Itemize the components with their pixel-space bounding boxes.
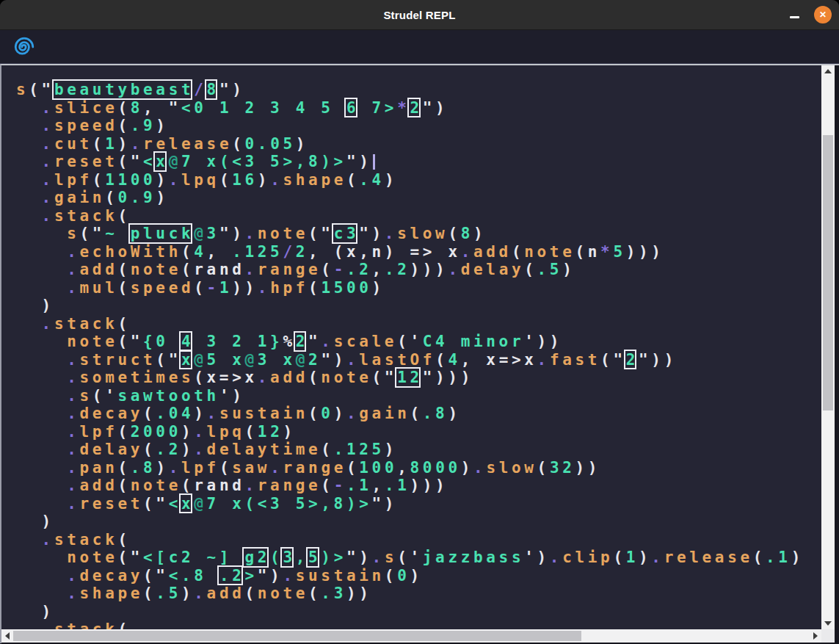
code-token: .	[67, 405, 79, 422]
code-token: 12	[397, 369, 423, 387]
code-line[interactable]: .mul(speed(-1)).hpf(1500)	[16, 279, 821, 297]
code-line[interactable]: .lpf(2000).lpq(12)	[16, 423, 821, 441]
code-line[interactable]: .echoWith(4, .125/2, (x,n) => x.add(note…	[16, 243, 821, 261]
code-line[interactable]: .shape(.5).add(note(.3))	[16, 585, 821, 603]
code-token: .	[194, 441, 206, 458]
code-line[interactable]: .decay(.04).sustain(0).gain(.8)	[16, 405, 821, 423]
code-token: )	[372, 279, 385, 297]
code-line[interactable]: .sometimes(x=>x.add(note("12")))	[16, 369, 821, 387]
code-token: )	[194, 405, 206, 422]
code-editor[interactable]: s("beautybeast/8") .slice(8, "<0 1 2 3 4…	[1, 65, 821, 629]
code-token: 4	[448, 351, 460, 369]
code-token: )	[16, 603, 54, 621]
code-token: (	[143, 585, 156, 602]
code-line[interactable]: note("{0 4 3 2 1}%2".scale('C4 minor'))	[16, 333, 821, 351]
vertical-scroll-thumb[interactable]	[823, 135, 833, 410]
code-token: )	[385, 171, 397, 189]
code-token: ("	[143, 567, 169, 585]
code-token: (	[181, 243, 194, 261]
code-token: (	[92, 135, 105, 153]
code-token: .	[67, 567, 79, 585]
code-line[interactable]: .delay(.2).delaytime(.125)	[16, 441, 821, 459]
scroll-left-button[interactable]	[1, 629, 13, 643]
code-token: 2	[410, 99, 422, 117]
code-line[interactable]: .s('sawtooth')	[16, 387, 821, 405]
code-token: .2	[385, 261, 410, 278]
vertical-scrollbar[interactable]	[821, 65, 835, 629]
scroll-right-button[interactable]	[810, 629, 821, 643]
code-line[interactable]: note("<[c2 ~] g2(3,5)>").s('jazzbass').c…	[16, 549, 821, 567]
code-token	[16, 315, 42, 333]
code-token: <	[143, 153, 156, 170]
code-line[interactable]: .add(note(rand.range(-.1,.1)))	[16, 477, 821, 495]
code-token: )	[639, 549, 651, 566]
code-token: >	[244, 567, 257, 585]
code-token: .3	[321, 585, 346, 602]
code-token: (	[117, 459, 130, 477]
code-line[interactable]: .gain(0.9)	[16, 189, 821, 207]
code-token: .125	[232, 243, 283, 261]
code-line[interactable]: )	[16, 603, 821, 621]
code-line[interactable]: .cut(1).release(0.05)	[16, 135, 821, 153]
code-token: (	[346, 459, 359, 477]
code-token: stack	[54, 531, 118, 549]
code-line[interactable]: .stack(	[16, 207, 821, 225]
code-token: (	[194, 279, 206, 297]
left-arrow-icon	[5, 632, 10, 640]
code-token: ))	[575, 459, 601, 477]
code-token: (	[448, 225, 460, 242]
code-line[interactable]: s("~ pluck@3").note("c3").slow(8)	[16, 225, 821, 243]
code-line[interactable]: .struct("x@5 x@3 x@2").lastOf(4, x=>x.fa…	[16, 351, 821, 369]
code-token: <0 1 2 3 4 5	[181, 99, 346, 117]
code-token: .	[270, 171, 283, 189]
code-token: s	[80, 387, 92, 405]
code-token: delay	[461, 261, 525, 278]
code-token: %	[283, 333, 295, 350]
code-token: .	[67, 423, 79, 441]
code-token: slice	[54, 99, 118, 117]
code-line[interactable]: .decay("<.8 .2>").sustain(0)	[16, 567, 821, 585]
code-token: note	[258, 225, 308, 242]
strudel-logo-icon[interactable]	[13, 36, 35, 58]
code-token	[16, 585, 67, 602]
scroll-up-button[interactable]	[821, 65, 835, 77]
code-token: .	[67, 495, 79, 513]
code-line[interactable]: )	[16, 513, 821, 531]
code-token: pan	[80, 459, 118, 477]
code-line[interactable]: )	[16, 297, 821, 315]
code-token: 2	[296, 243, 308, 261]
close-icon: ✕	[819, 10, 827, 20]
minimize-button[interactable]	[786, 7, 802, 23]
code-line[interactable]: .stack(	[16, 531, 821, 549]
code-line[interactable]: .stack(	[16, 315, 821, 333]
code-line[interactable]: .reset("<x@7 x(<3 5>,8)>")	[16, 495, 821, 513]
code-token: s	[385, 549, 397, 566]
horizontal-scrollbar[interactable]	[1, 629, 821, 643]
code-token: .	[448, 261, 460, 278]
code-line[interactable]: .add(note(rand.range(-.2,.2))).delay(.5)	[16, 261, 821, 279]
code-token: .	[245, 477, 258, 494]
code-token: ~	[105, 225, 131, 242]
titlebar[interactable]: Strudel REPL ✕	[0, 0, 839, 30]
code-token: shape	[283, 171, 346, 189]
code-token	[16, 117, 42, 134]
scroll-down-button[interactable]	[821, 618, 835, 629]
code-token: ("	[143, 495, 169, 513]
code-token: *	[600, 243, 613, 261]
code-token: note	[131, 477, 181, 494]
code-line[interactable]: .stack(	[16, 621, 821, 629]
horizontal-scroll-thumb[interactable]	[13, 631, 581, 641]
code-token: (	[117, 423, 130, 441]
close-button[interactable]: ✕	[814, 6, 832, 23]
code-line[interactable]: .lpf(1100).lpq(16).shape(.4)	[16, 171, 821, 189]
code-line[interactable]: .pan(.8).lpf(saw.range(100,8000).slow(32…	[16, 459, 821, 477]
code-line[interactable]: s("beautybeast/8")	[16, 81, 821, 99]
code-token: slow	[486, 459, 537, 477]
code-line[interactable]: .speed(.9)	[16, 117, 821, 135]
code-token: )	[334, 405, 346, 422]
code-token: 2	[296, 333, 308, 351]
code-line[interactable]: .slice(8, "<0 1 2 3 4 5 6 7>*2")	[16, 99, 821, 117]
code-token: (	[245, 585, 258, 602]
code-line[interactable]: .reset("<x@7 x(<3 5>,8)>")	[16, 153, 821, 171]
code-token: *	[397, 99, 410, 117]
